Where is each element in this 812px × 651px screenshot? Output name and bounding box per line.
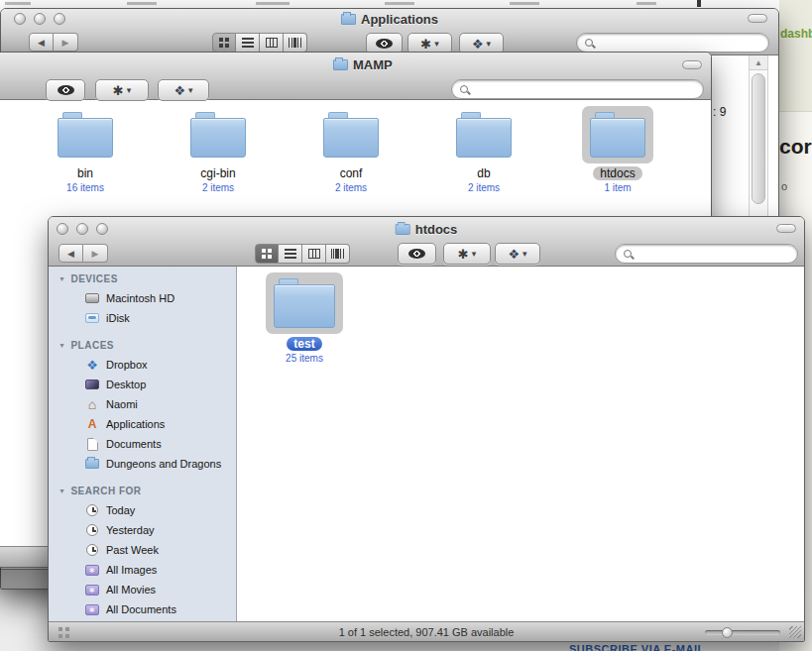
folder-selection (182, 106, 254, 163)
applications-icon (88, 418, 97, 430)
slider-knob[interactable] (722, 627, 733, 638)
folder-item-cgi-bin[interactable]: cgi-bin2 items (169, 106, 268, 193)
icon-view-button[interactable] (255, 244, 279, 264)
folder-item-conf[interactable]: conf2 items (301, 106, 401, 193)
icon-size-slider[interactable] (705, 630, 780, 635)
search-input[interactable] (615, 244, 798, 264)
sidebar-item-label: All Images (106, 564, 157, 576)
folder-item-count: 1 item (604, 182, 631, 193)
close-button[interactable] (57, 223, 68, 235)
sidebar-item-all-movies[interactable]: All Movies (49, 580, 236, 599)
action-menu-button[interactable]: ✱▾ (443, 243, 491, 265)
hard-drive-icon (85, 293, 99, 303)
folder-selection (315, 106, 387, 163)
window-title: htdocs (396, 222, 458, 237)
folder-label-text: conf (333, 166, 370, 180)
folder-selection (50, 106, 121, 163)
chevron-down-icon: ▾ (472, 250, 477, 259)
folder-selection (266, 272, 343, 334)
sidebar-section-header-search-for: ▼SEARCH FOR (49, 481, 236, 500)
sidebar-item-past-week[interactable]: Past Week (49, 540, 236, 560)
folder-label[interactable]: htdocs (593, 166, 641, 181)
gear-icon: ✱ (420, 38, 431, 51)
folder-icon (274, 278, 335, 328)
sidebar-item-applications[interactable]: Applications (49, 414, 236, 434)
back-button[interactable]: ◀ (58, 244, 83, 263)
view-mode-control (212, 33, 307, 53)
smart-folder-icon (85, 565, 99, 576)
folder-item-db[interactable]: db2 items (434, 106, 533, 193)
window-controls (57, 223, 108, 235)
folder-label[interactable]: test (287, 337, 321, 352)
dropbox-menu-button[interactable]: ❖▾ (495, 243, 540, 265)
folder-item-bin[interactable]: bin16 items (36, 106, 135, 193)
folder-item-htdocs[interactable]: htdocs1 item (568, 106, 667, 193)
idisk-icon (85, 313, 99, 323)
coverflow-view-button[interactable] (284, 33, 307, 53)
toolbar-toggle-button[interactable] (748, 14, 767, 23)
toolbar-toggle-button[interactable] (776, 224, 796, 233)
list-view-button[interactable] (236, 33, 260, 53)
window-controls (14, 13, 65, 25)
folder-item-count: 25 items (286, 353, 323, 364)
column-view-button[interactable] (302, 244, 326, 264)
folder-icon (84, 459, 100, 469)
scrollbar-thumb[interactable] (752, 73, 765, 204)
dropbox-icon (84, 359, 100, 372)
forward-button[interactable]: ▶ (54, 33, 78, 52)
sidebar-item-dropbox[interactable]: Dropbox (49, 355, 236, 375)
sidebar-item-documents[interactable]: Documents (49, 434, 236, 454)
dropbox-menu-button[interactable]: ❖▾ (158, 79, 209, 101)
resize-grip[interactable] (789, 626, 801, 638)
sidebar-item-label: All Documents (106, 603, 176, 615)
zoom-button[interactable] (96, 223, 108, 235)
sidebar-item-dungeons-and-dragons[interactable]: Dungeons and Dragons (49, 454, 236, 474)
coverflow-view-button[interactable] (326, 244, 350, 264)
folder-selection (448, 106, 520, 163)
page-fragment (637, 2, 656, 5)
sidebar-item-all-documents[interactable]: All Documents (49, 599, 236, 619)
minimize-button[interactable] (34, 13, 46, 25)
sidebar-item-all-images[interactable]: All Images (49, 560, 236, 580)
minimize-button[interactable] (76, 223, 88, 235)
documents-icon (84, 438, 100, 451)
window-title-text: MAMP (353, 57, 393, 72)
disclosure-triangle-icon[interactable]: ▼ (58, 488, 65, 494)
sidebar-item-idisk[interactable]: iDisk (49, 308, 236, 328)
sidebar-item-naomi[interactable]: Naomi (49, 394, 236, 414)
chevron-down-icon: ▾ (434, 40, 439, 49)
search-input[interactable] (451, 79, 704, 99)
disclosure-triangle-icon[interactable]: ▼ (58, 342, 65, 349)
toolbar-toggle-button[interactable] (682, 60, 702, 69)
search-input[interactable] (576, 33, 769, 53)
quick-look-button[interactable] (46, 79, 85, 101)
smart-folder-icon (85, 604, 99, 615)
sidebar-item-desktop[interactable]: Desktop (49, 375, 236, 394)
folder-icon (456, 112, 512, 158)
action-menu-button[interactable]: ✱▾ (95, 79, 149, 101)
sidebar-item-label: Naomi (106, 398, 138, 410)
back-button[interactable]: ◀ (29, 33, 54, 52)
folder-label[interactable]: bin (70, 166, 100, 181)
list-view-button[interactable] (279, 244, 302, 264)
zoom-button[interactable] (54, 13, 65, 25)
folder-label[interactable]: cgi-bin (193, 166, 242, 181)
close-button[interactable] (14, 13, 26, 25)
disclosure-triangle-icon[interactable]: ▼ (58, 275, 65, 282)
folder-label[interactable]: conf (333, 166, 370, 181)
quick-look-button[interactable] (398, 243, 436, 265)
dropbox-icon: ❖ (508, 248, 520, 261)
sidebar-item-today[interactable]: Today (49, 500, 236, 520)
scrollbar-up-arrow-icon[interactable]: ▲ (750, 55, 767, 70)
sidebar-section-header-places: ▼PLACES (49, 335, 236, 355)
folder-label[interactable]: db (470, 166, 497, 181)
grid-toggle-icon[interactable] (58, 627, 70, 639)
sidebar-item-yesterday[interactable]: Yesterday (49, 520, 236, 540)
folder-item-test[interactable]: test25 items (255, 272, 354, 364)
sidebar-item-macintosh-hd[interactable]: Macintosh HD (49, 288, 236, 308)
forward-button[interactable]: ▶ (83, 244, 108, 263)
icon-view-button[interactable] (212, 33, 236, 53)
column-view-button[interactable] (260, 33, 284, 53)
htdocs-status-bar: 1 of 1 selected, 907.41 GB available (49, 621, 804, 641)
subscribe-link[interactable]: SUBSCRIBE VIA E-MAIL (569, 643, 705, 651)
